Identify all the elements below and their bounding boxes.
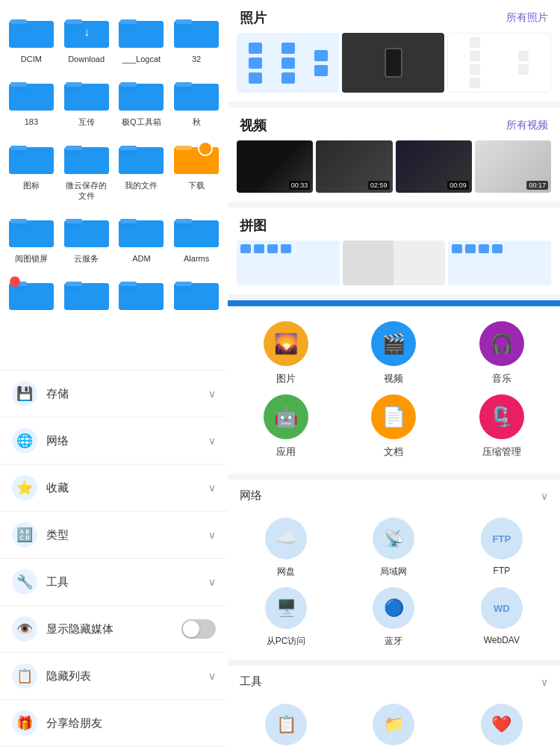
photo-thumb-2[interactable]	[342, 33, 444, 93]
folder-item[interactable]: 微云保存的文件	[59, 134, 114, 208]
videos-link[interactable]: 所有视频	[506, 119, 548, 132]
filetype-label: 图片	[276, 372, 296, 385]
settings-row[interactable]: 🔧工具∨	[0, 559, 228, 606]
network-item[interactable]: 🔵蓝牙	[344, 587, 443, 648]
toggle-switch[interactable]	[181, 619, 216, 639]
puzzle-thumb-3[interactable]	[448, 241, 551, 285]
folder-item[interactable]: 32	[169, 7, 224, 70]
folder-label: 极Q工具箱	[122, 117, 161, 127]
folder-item[interactable]: 互传	[59, 70, 114, 133]
svg-point-71	[10, 276, 20, 287]
network-header[interactable]: 网络 ∨	[228, 480, 560, 512]
puzzle-header: 拼图	[228, 208, 560, 241]
folder-item[interactable]: 图标	[4, 134, 59, 208]
network-item[interactable]: 🖥️从PC访问	[237, 587, 335, 648]
tool-icon: ❤️	[481, 704, 523, 746]
network-title: 网络	[240, 489, 262, 503]
tool-item[interactable]: ❤️	[452, 704, 551, 746]
tool-item[interactable]: 📋	[237, 704, 335, 746]
settings-label: 收藏	[46, 481, 208, 495]
puzzle-thumb-1[interactable]	[237, 241, 340, 285]
folder-item[interactable]	[59, 270, 114, 322]
folder-icon	[119, 76, 164, 114]
folder-item[interactable]	[169, 270, 224, 322]
settings-row[interactable]: 🔠类型∨	[0, 512, 228, 559]
folder-item[interactable]: ADM	[114, 207, 169, 270]
puzzle-thumb-2[interactable]	[343, 241, 446, 285]
folder-label: 183	[25, 117, 38, 127]
network-item[interactable]: FTPFTP	[452, 518, 551, 578]
svg-rect-27	[119, 84, 164, 111]
chevron-icon: ∨	[208, 435, 216, 447]
folder-item[interactable]: ___Logcat	[114, 7, 169, 70]
settings-panel: 💾存储∨🌐网络∨⭐收藏∨🔠类型∨🔧工具∨👁️显示隐藏媒体📋隐藏列表∨🎁分享给朋友	[0, 370, 228, 747]
svg-rect-57	[64, 220, 109, 247]
settings-label: 显示隐藏媒体	[46, 622, 181, 636]
folder-icon	[9, 76, 54, 114]
folder-item[interactable]: Alarms	[169, 207, 224, 270]
folder-icon	[9, 276, 54, 313]
filetype-item[interactable]: 🌄图片	[237, 321, 335, 385]
filetype-icon: 🎬	[371, 321, 416, 366]
folder-item[interactable]	[114, 270, 169, 322]
folder-icon	[174, 76, 219, 114]
folder-grid: DCIM ↓ Download ___Logcat 32 183 互传 极Q工	[0, 0, 228, 329]
folder-item[interactable]: 秋	[169, 70, 224, 133]
photo-thumb-3[interactable]	[447, 33, 551, 93]
network-chevron: ∨	[541, 490, 548, 502]
settings-row[interactable]: 💾存储∨	[0, 371, 228, 418]
network-label: WebDAV	[484, 635, 520, 645]
svg-rect-40	[66, 146, 82, 150]
folder-label: 微云保存的文件	[62, 180, 111, 202]
folder-item[interactable]	[4, 270, 59, 322]
settings-row[interactable]: 🎁分享给朋友	[0, 700, 228, 747]
folder-icon	[64, 76, 109, 114]
video-thumb[interactable]: 00:17	[475, 140, 551, 193]
folder-item[interactable]: 183	[4, 70, 59, 133]
filetype-item[interactable]: 🤖应用	[237, 394, 335, 459]
settings-label: 存储	[46, 387, 208, 401]
svg-rect-31	[174, 84, 219, 111]
video-thumb[interactable]: 00:33	[237, 140, 313, 193]
folder-label: ADM	[132, 253, 150, 264]
settings-row[interactable]: 🌐网络∨	[0, 418, 228, 465]
svg-rect-54	[10, 219, 27, 223]
tools-header[interactable]: 工具 ∨	[228, 666, 560, 698]
photos-link[interactable]: 所有照片	[506, 11, 548, 25]
folder-item[interactable]: ↓ Download	[59, 7, 114, 70]
folder-icon	[64, 140, 109, 177]
settings-row[interactable]: 👁️显示隐藏媒体	[0, 606, 228, 653]
chevron-icon: ∨	[208, 482, 216, 494]
folder-item[interactable]: 阅图锁屏	[4, 207, 59, 270]
videos-header: 视频 所有视频	[228, 108, 560, 140]
filetype-item[interactable]: 🎧音乐	[452, 321, 551, 385]
folder-item[interactable]: 云服务	[59, 207, 114, 270]
video-thumb[interactable]: 02:59	[316, 140, 392, 193]
svg-rect-79	[120, 282, 137, 286]
chevron-icon: ∨	[208, 576, 216, 588]
svg-rect-19	[9, 84, 54, 111]
svg-rect-83	[175, 282, 192, 286]
folder-item[interactable]: DCIM	[4, 7, 59, 70]
photo-thumb-1[interactable]	[237, 33, 339, 93]
folder-label: DCIM	[21, 54, 42, 64]
folder-icon	[9, 140, 54, 177]
filetype-item[interactable]: 🎬视频	[344, 321, 443, 385]
filetype-label: 应用	[276, 445, 296, 459]
network-item[interactable]: WDWebDAV	[452, 587, 551, 648]
filetype-item[interactable]: 🗜️压缩管理	[452, 394, 551, 459]
folder-icon	[64, 276, 109, 313]
settings-row[interactable]: 📋隐藏列表∨	[0, 653, 228, 700]
settings-row[interactable]: ⭐收藏∨	[0, 465, 228, 512]
svg-rect-32	[175, 82, 192, 87]
network-item[interactable]: 📡局域网	[344, 518, 443, 578]
tool-item[interactable]: 📁	[344, 704, 443, 746]
video-thumb[interactable]: 00:09	[396, 140, 472, 193]
settings-icon: 👁️	[12, 616, 37, 642]
filetype-item[interactable]: 📄文档	[344, 394, 443, 459]
photos-title: 照片	[240, 9, 267, 27]
folder-item[interactable]: 极Q工具箱	[114, 70, 169, 133]
folder-item[interactable]: 下载	[169, 134, 224, 208]
network-item[interactable]: ☁️网盘	[237, 518, 335, 578]
folder-item[interactable]: 我的文件	[114, 134, 169, 208]
